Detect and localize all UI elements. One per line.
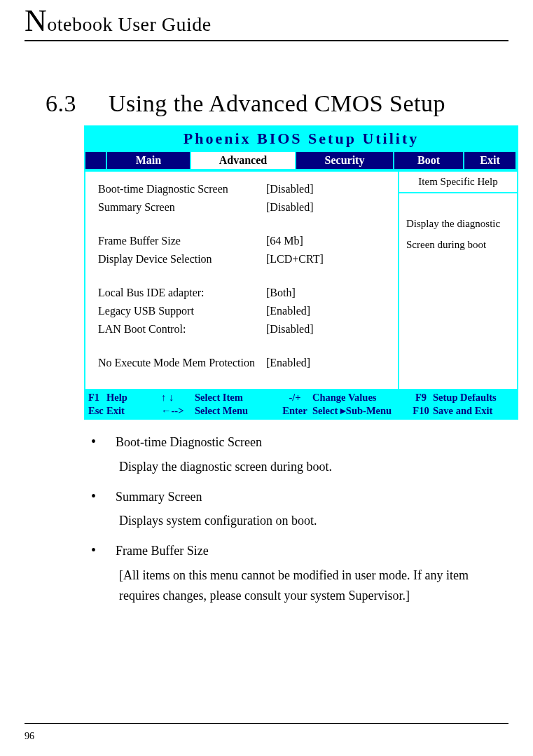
bullet-icon: •: [91, 432, 116, 451]
setting-row[interactable]: Frame Buffer Size [64 Mb]: [98, 232, 385, 250]
bios-tab-spacer: [85, 151, 106, 170]
setting-value: [Enabled]: [266, 305, 310, 317]
section-title: Using the Advanced CMOS Setup: [109, 90, 445, 116]
doc-header: Notebook User Guide: [25, 0, 508, 39]
bios-tab-security[interactable]: Security: [296, 151, 394, 170]
setting-row[interactable]: Summary Screen [Disabled]: [98, 198, 385, 217]
bios-tab-main[interactable]: Main: [106, 151, 191, 170]
foot-key: Esc: [88, 404, 106, 418]
bullet-desc: Displays system configuration on boot.: [119, 511, 494, 531]
dropcap: N: [25, 4, 47, 38]
setting-row[interactable]: No Execute Mode Mem Protection [Enabled]: [98, 354, 385, 372]
setting-label: Legacy USB Support: [98, 305, 266, 317]
foot-label: Change Values: [312, 391, 409, 404]
bios-settings-list: Boot-time Diagnostic Screen [Disabled] S…: [85, 172, 398, 389]
bios-title: Phoenix BIOS Setup Utility: [85, 127, 517, 151]
bios-footer: F1 Esc Help Exit ↑ ↓ ←--> Select Item Se…: [85, 389, 517, 418]
setting-row[interactable]: Display Device Selection [LCD+CRT]: [98, 250, 385, 268]
content-body: • Boot-time Diagnostic Screen Display th…: [91, 432, 494, 606]
foot-key: -/+: [277, 391, 312, 404]
bios-help-body: Display the diagnostic Screen during boo…: [399, 193, 517, 262]
setting-label: Summary Screen: [98, 201, 266, 214]
bios-tab-row: Main Advanced Security Boot Exit: [85, 151, 516, 170]
foot-label: Select ▸Sub-Menu: [312, 404, 409, 418]
setting-row[interactable]: Legacy USB Support [Enabled]: [98, 302, 385, 320]
bios-tab-boot[interactable]: Boot: [394, 151, 464, 170]
list-item: • Summary Screen Displays system configu…: [91, 487, 494, 532]
bullet-title: Frame Buffer Size: [116, 541, 209, 561]
foot-label: Select Item: [195, 391, 277, 404]
footer-rule: [25, 723, 508, 724]
bios-main-area: Boot-time Diagnostic Screen [Disabled] S…: [85, 170, 517, 389]
header-text: otebook User Guide: [47, 13, 212, 35]
setting-value: [Disabled]: [266, 183, 314, 195]
setting-value: [Disabled]: [266, 201, 314, 214]
page-number: 96: [25, 731, 34, 742]
header-rule: [25, 40, 508, 41]
foot-label: Select Menu: [195, 404, 277, 418]
setting-value: [Both]: [266, 287, 296, 299]
bullet-desc: [All items on this menu cannot be modifi…: [119, 565, 494, 606]
bullet-desc: Display the diagnostic screen during boo…: [119, 457, 494, 477]
foot-label: Help: [106, 391, 161, 404]
section-heading: 6.3Using the Advanced CMOS Setup: [46, 90, 508, 117]
foot-label: Save and Exit: [433, 404, 514, 418]
foot-key: F10: [409, 404, 433, 418]
setting-row[interactable]: Boot-time Diagnostic Screen [Disabled]: [98, 180, 385, 198]
setting-label: Boot-time Diagnostic Screen: [98, 183, 266, 195]
bios-help-pane: Item Specific Help Display the diagnosti…: [398, 172, 517, 389]
help-line: Display the diagnostic: [406, 213, 510, 234]
setting-value: [Disabled]: [266, 323, 314, 336]
bios-tab-advanced[interactable]: Advanced: [191, 151, 296, 170]
foot-key: F9: [409, 391, 433, 404]
setting-label: No Execute Mode Mem Protection: [98, 357, 266, 369]
setting-label: Display Device Selection: [98, 253, 266, 266]
bullet-title: Boot-time Diagnostic Screen: [116, 432, 262, 453]
foot-label: Exit: [106, 404, 161, 418]
setting-row[interactable]: Local Bus IDE adapter: [Both]: [98, 284, 385, 302]
bullet-title: Summary Screen: [116, 487, 202, 507]
bios-help-header: Item Specific Help: [399, 172, 517, 193]
bullet-icon: •: [91, 487, 116, 505]
setting-value: [64 Mb]: [266, 235, 303, 247]
foot-key: F1: [88, 391, 106, 404]
list-item: • Frame Buffer Size [All items on this m…: [91, 541, 494, 605]
arrow-leftright-icon: ←-->: [161, 404, 195, 418]
setting-label: Frame Buffer Size: [98, 235, 266, 247]
setting-value: [Enabled]: [266, 357, 310, 369]
list-item: • Boot-time Diagnostic Screen Display th…: [91, 432, 494, 477]
setting-label: Local Bus IDE adapter:: [98, 287, 266, 299]
bios-tab-exit[interactable]: Exit: [464, 151, 516, 170]
help-line: Screen during boot: [406, 234, 510, 255]
section-number: 6.3: [46, 90, 109, 117]
arrow-updown-icon: ↑ ↓: [161, 391, 195, 404]
bios-setup-panel: Phoenix BIOS Setup Utility Main Advanced…: [84, 125, 518, 420]
setting-label: LAN Boot Control:: [98, 323, 266, 336]
bullet-icon: •: [91, 541, 116, 559]
setting-row[interactable]: LAN Boot Control: [Disabled]: [98, 320, 385, 338]
foot-label: Setup Defaults: [433, 391, 514, 404]
foot-key: Enter: [277, 404, 312, 418]
setting-value: [LCD+CRT]: [266, 253, 324, 266]
